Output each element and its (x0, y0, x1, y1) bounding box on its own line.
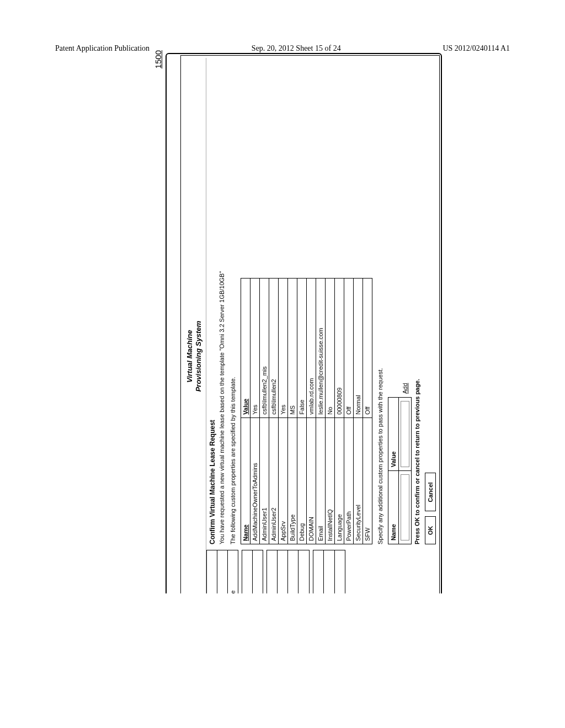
main-panel: Confirm Virtual Machine Lease Request Yo… (206, 58, 437, 547)
table-row: PowerPathOff (344, 279, 354, 544)
browser-title: Browser Window (168, 55, 180, 593)
sidebar-item-manage-hosts[interactable]: Manage Hosts (335, 550, 345, 594)
table-row: Emailleslie.mullen@credit-suisse.com (316, 279, 326, 544)
table-row: InstallNetIQNo (326, 279, 335, 544)
table-row: DOMAINvmlab.rd.com (307, 279, 316, 544)
header-center: Sep. 20, 2012 Sheet 15 of 24 (252, 44, 341, 53)
intro-text: You have requested a new virtual machine… (218, 60, 225, 544)
table-row: SecurityLevelNormal (354, 279, 363, 544)
col-name: Name (241, 417, 250, 544)
figure-reference-number: 1500 (153, 50, 163, 68)
table-row: AddMachineOwnerToAdminsYes (250, 279, 260, 544)
add-property-table: Name Value Add (388, 379, 412, 544)
subtext: The following custom properties are spec… (230, 60, 236, 544)
sidebar-header-support: Support (242, 550, 253, 594)
table-row: SFWOff (363, 279, 372, 544)
app-title: Virtual Machine Provisioning System (183, 58, 206, 593)
properties-table: Name Value AddMachineOwnerToAdminsYes Ad… (241, 278, 372, 544)
sidebar: Virtual Machines My Virtual Machines Req… (206, 550, 437, 593)
col-value: Value (241, 279, 250, 418)
page-title: Confirm Virtual Machine Lease Request (209, 60, 216, 544)
add-value-input[interactable] (401, 401, 409, 467)
sidebar-item-manage-templates[interactable]: Manage Templates ▸ (299, 550, 310, 594)
add-link[interactable]: Add (402, 383, 408, 394)
add-col-value: Value (388, 398, 399, 471)
header-right: US 2012/0240114 A1 (443, 44, 510, 53)
sidebar-item-pending-requests[interactable]: Pending Requests (288, 550, 299, 594)
sidebar-item-work-on-behalf[interactable]: Work On Behalf Of (253, 550, 263, 594)
table-row: AdminUser2csfb\lmullen2 (269, 279, 279, 544)
add-col-name: Name (388, 471, 399, 544)
sidebar-header-virtual-machines: Virtual Machines (207, 550, 217, 594)
add-name-input[interactable] (401, 474, 409, 540)
table-row: AppSrvYes (279, 279, 288, 544)
table-row: AdminUser1csfb\lmullen2_mis (260, 279, 269, 544)
header-left: Patent Application Publication (55, 44, 150, 53)
sidebar-item-my-virtual-machines[interactable]: My Virtual Machines (217, 550, 228, 594)
sidebar-header-enterprise-admin: Enterprise Admin (313, 550, 324, 594)
sidebar-header-group-admin: Group Admin (267, 550, 278, 594)
sidebar-item-request-new-machine[interactable]: Request New Machine (228, 550, 238, 594)
confirm-text: Press OK to confirm or cancel to return … (414, 60, 420, 544)
table-row: BuildTypeMS (288, 279, 297, 544)
browser-window: Browser Window Virtual Machine Provision… (166, 53, 442, 593)
table-row: Language00000809 (335, 279, 344, 544)
patent-page-header: Patent Application Publication Sep. 20, … (55, 44, 510, 53)
sidebar-item-manage-groups[interactable]: Manage Groups ▸ (324, 550, 335, 594)
table-row: DebugFalse (297, 279, 307, 544)
cancel-button[interactable]: Cancel (425, 473, 436, 511)
ok-button[interactable]: OK (425, 517, 436, 545)
sidebar-item-ga-virtual-machines[interactable]: Virtual Machines (278, 550, 288, 594)
specify-text: Specify any additional custom properties… (377, 60, 383, 544)
